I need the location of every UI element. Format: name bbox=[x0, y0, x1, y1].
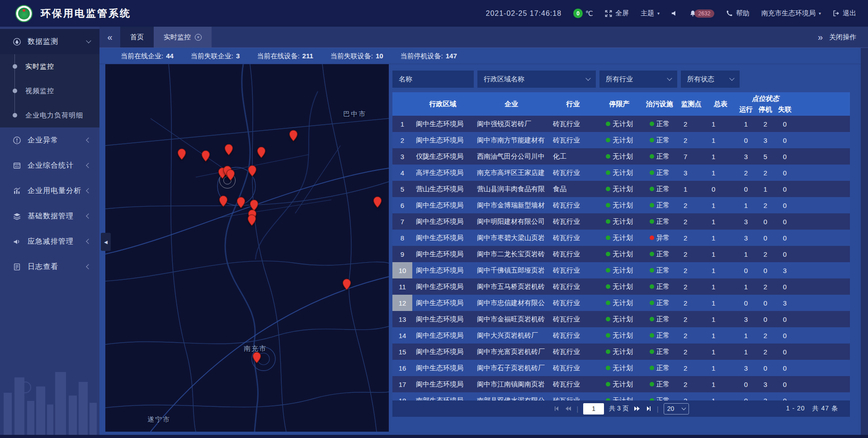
skyline-decoration bbox=[0, 361, 99, 438]
sidebar-item-power-load-detail[interactable]: 企业电力负荷明细 bbox=[0, 103, 99, 127]
cell-running: 2 bbox=[736, 165, 756, 181]
cell-monitor-points: 2 bbox=[677, 376, 705, 392]
status-dot-icon bbox=[650, 170, 654, 175]
sidebar-item-base-data[interactable]: 基础数据管理 bbox=[0, 203, 99, 229]
cell-disconnected: 0 bbox=[775, 148, 795, 165]
top-header: 环保用电监管系统 2021-02-25 17:46:18 0 ℃ 全屏 主题▾ bbox=[0, 0, 868, 27]
table-row[interactable]: 7阆中生态环境局阆中明阳建材有限公司砖瓦行业无计划正常21300 bbox=[392, 213, 850, 230]
sidebar-item-data-monitoring[interactable]: 数据监测 bbox=[0, 29, 99, 54]
cell-company: 阆中市金博瑞新型墙材 bbox=[473, 197, 549, 213]
map-panel[interactable]: 巴中市南充市遂宁市 bbox=[105, 64, 389, 432]
mute-button[interactable] bbox=[671, 10, 678, 17]
chevron-left-icon bbox=[86, 137, 91, 142]
status-dot-icon bbox=[606, 170, 610, 175]
table-row[interactable]: 15阆中生态环境局阆中市光富页岩机砖厂砖瓦行业无计划正常21120 bbox=[392, 344, 850, 360]
map-pin[interactable] bbox=[236, 197, 245, 210]
map-pin[interactable] bbox=[247, 214, 256, 228]
map-pin[interactable] bbox=[373, 196, 382, 210]
table-row[interactable]: 3仪陇生态环境局西南油气田分公司川中化工无计划正常71350 bbox=[392, 148, 850, 165]
status-dot-icon bbox=[650, 366, 654, 370]
scrollbar-track[interactable] bbox=[861, 48, 868, 435]
org-user-dropdown[interactable]: 南充市生态环境局▾ bbox=[761, 9, 821, 18]
table-row[interactable]: 4高坪生态环境局南充市高坪区王家店建砖瓦行业无计划正常31220 bbox=[392, 165, 850, 181]
map-pin[interactable] bbox=[201, 150, 210, 164]
row-index: 7 bbox=[392, 213, 412, 230]
first-page-button[interactable] bbox=[553, 405, 560, 412]
last-page-button[interactable] bbox=[646, 405, 652, 412]
page-size-select[interactable]: 20 bbox=[664, 403, 689, 414]
table-row[interactable]: 1阆中生态环境局阆中强锐页岩砖厂砖瓦行业无计划正常21120 bbox=[392, 116, 850, 132]
close-operations-button[interactable]: 关闭操作 bbox=[829, 33, 856, 42]
cell-stopped: 0 bbox=[756, 295, 775, 311]
table-row[interactable]: 8阆中生态环境局阆中市枣碧大梁山页岩砖瓦行业无计划异常21300 bbox=[392, 230, 850, 246]
sidebar-item-log-view[interactable]: 日志查看 bbox=[0, 254, 99, 279]
row-index: 4 bbox=[392, 165, 412, 181]
close-tab-icon[interactable]: × bbox=[195, 34, 202, 41]
table-row[interactable]: 18南部生态环境局南部县双佛水泥有限公砖瓦行业无计划正常21030 bbox=[392, 392, 850, 400]
table-row[interactable]: 16阆中生态环境局阆中市石子页岩机砖厂砖瓦行业无计划正常21300 bbox=[392, 360, 850, 376]
cell-total-meter: 1 bbox=[705, 230, 736, 246]
col-company: 企业 bbox=[473, 92, 549, 116]
table-row[interactable]: 13阆中生态环境局阆中市金福旺页岩机砖砖瓦行业无计划正常21300 bbox=[392, 311, 850, 327]
sidebar-item-video-monitor[interactable]: 视频监控 bbox=[0, 79, 99, 103]
map-pin[interactable] bbox=[343, 278, 351, 292]
table-row[interactable]: 12阆中生态环境局阆中市忠信建材有限公砖瓦行业无计划正常21003 bbox=[392, 295, 850, 311]
map-pin[interactable] bbox=[253, 352, 261, 365]
cell-company: 阆中市石子页岩机砖厂 bbox=[473, 360, 549, 376]
fullscreen-button[interactable]: 全屏 bbox=[605, 9, 629, 18]
row-index: 2 bbox=[392, 132, 412, 148]
page-number-input[interactable] bbox=[583, 403, 604, 414]
tab-home[interactable]: 首页 bbox=[120, 27, 154, 47]
cell-disconnected: 0 bbox=[775, 197, 795, 213]
cell-region: 阆中生态环境局 bbox=[412, 132, 473, 148]
table-row[interactable]: 11阆中生态环境局阆中市五马桥页岩机砖砖瓦行业无计划正常21120 bbox=[392, 278, 850, 295]
notifications-button[interactable]: 2632 bbox=[689, 9, 714, 18]
name-search-input[interactable]: 名称 bbox=[392, 71, 474, 88]
collapse-map-button[interactable]: ◀ bbox=[101, 233, 111, 251]
table-row[interactable]: 9阆中生态环境局阆中市二龙长宝页岩砖砖瓦行业无计划正常21120 bbox=[392, 246, 850, 262]
table-row[interactable]: 17阆中生态环境局阆中市江南镇阆南页岩砖瓦行业无计划正常21030 bbox=[392, 376, 850, 392]
tabs-scroll-right-button[interactable]: » bbox=[818, 32, 823, 42]
status-dot-icon bbox=[650, 187, 654, 191]
sidebar-item-enterprise-abnormal[interactable]: 企业异常 bbox=[0, 127, 99, 153]
map-pin[interactable] bbox=[257, 146, 265, 160]
row-filler bbox=[795, 246, 850, 262]
cell-monitor-points: 7 bbox=[677, 148, 705, 165]
previous-page-button[interactable] bbox=[565, 405, 571, 412]
map-pin[interactable] bbox=[226, 169, 235, 183]
map-pin[interactable] bbox=[248, 165, 256, 179]
cell-stopped: 2 bbox=[756, 344, 775, 360]
table-row[interactable]: 5营山生态环境局营山县润丰肉食品有限食品无计划正常10010 bbox=[392, 181, 850, 197]
industry-select[interactable]: 所有行业 bbox=[599, 71, 677, 88]
region-select[interactable]: 行政区域名称 bbox=[477, 71, 596, 88]
table-row[interactable]: 6阆中生态环境局阆中市金博瑞新型墙材砖瓦行业无计划正常21120 bbox=[392, 197, 850, 213]
col-pollution-facility: 治污设施 bbox=[642, 92, 677, 116]
table-row[interactable]: 10阆中生态环境局阆中千佛镇五郎垭页岩砖瓦行业无计划正常21003 bbox=[392, 262, 850, 278]
sidebar-item-realtime-monitor[interactable]: 实时监控 bbox=[0, 54, 99, 79]
status-select[interactable]: 所有状态 bbox=[681, 71, 740, 88]
status-dot-icon bbox=[606, 382, 610, 386]
row-index: 16 bbox=[392, 360, 412, 376]
tabs-scroll-left-button[interactable]: « bbox=[99, 27, 120, 47]
datetime-label: 2021-02-25 17:46:18 bbox=[486, 9, 562, 18]
table-row[interactable]: 2阆中生态环境局阆中市南方节能建材有砖瓦行业无计划正常21030 bbox=[392, 132, 850, 148]
table-row[interactable]: 14阆中生态环境局阆中大兴页岩机砖厂砖瓦行业无计划正常21120 bbox=[392, 327, 850, 344]
cell-disconnected: 3 bbox=[775, 295, 795, 311]
sidebar-item-power-analysis[interactable]: 企业用电量分析 bbox=[0, 178, 99, 203]
next-page-button[interactable] bbox=[634, 405, 641, 412]
map-pin[interactable] bbox=[225, 144, 233, 157]
cell-region: 阆中生态环境局 bbox=[412, 311, 473, 327]
sidebar-item-emergency-reduction[interactable]: 应急减排管理 bbox=[0, 229, 99, 254]
map-pin[interactable] bbox=[289, 130, 297, 143]
map-pin[interactable] bbox=[219, 195, 228, 209]
theme-dropdown[interactable]: 主题▾ bbox=[641, 9, 660, 18]
cell-region: 阆中生态环境局 bbox=[412, 230, 473, 246]
cell-limit-status: 无计划 bbox=[597, 116, 642, 132]
help-button[interactable]: 帮助 bbox=[726, 9, 750, 18]
logout-button[interactable]: 退出 bbox=[833, 9, 856, 18]
tab-realtime-monitor[interactable]: 实时监控 × bbox=[154, 27, 212, 47]
logout-icon bbox=[833, 10, 840, 17]
col-filler bbox=[795, 92, 850, 116]
map-pin[interactable] bbox=[177, 148, 186, 162]
sidebar-item-enterprise-statistics[interactable]: 企业综合统计 bbox=[0, 153, 99, 178]
